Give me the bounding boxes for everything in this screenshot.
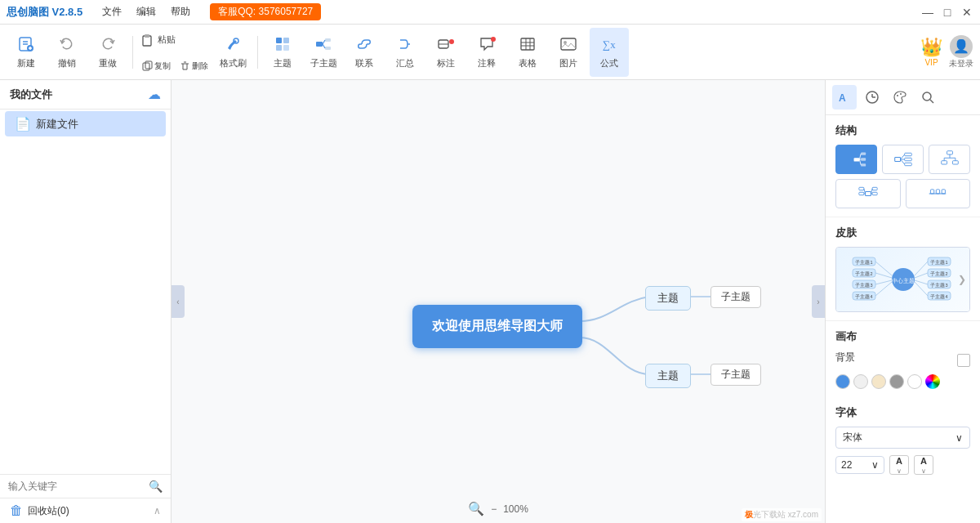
svg-rect-60 [952, 161, 958, 164]
new-button[interactable]: 新建 [7, 28, 46, 77]
table-button[interactable]: 表格 [508, 28, 547, 77]
tab-theme[interactable] [888, 85, 912, 110]
watermark: 极光下载站 xz7.com [742, 508, 822, 521]
expand-icon[interactable]: ∧ [154, 505, 161, 516]
minimize-button[interactable]: — [921, 6, 934, 19]
bg-checkbox[interactable] [957, 354, 970, 367]
paste-button[interactable]: 粘贴 [138, 27, 177, 53]
tag-button[interactable]: 标注 [426, 28, 466, 77]
paste-label: 粘贴 [158, 34, 176, 46]
svg-text:子主题2: 子主题2 [855, 270, 872, 276]
sub-theme-button[interactable]: 子主题 [304, 28, 343, 77]
font-color-a-button[interactable]: A ∨ [889, 455, 909, 475]
link-button[interactable]: 联系 [345, 28, 384, 77]
menu-file[interactable]: 文件 [96, 3, 128, 20]
skin-preview[interactable]: 中心主题 子主题1 子主题2 子主题3 子主题4 子主题1 子主题2 [835, 247, 970, 312]
new-label: 新建 [17, 57, 35, 69]
color-white[interactable] [907, 374, 922, 389]
font-family-select[interactable]: 宋体 ∨ [835, 427, 970, 449]
color-rainbow[interactable] [925, 374, 940, 389]
search-input[interactable] [8, 481, 149, 492]
font-size-row: 22 ∨ A ∨ A ∨ [835, 455, 970, 475]
color-warm[interactable] [871, 374, 886, 389]
font-family-value: 宋体 [843, 431, 862, 445]
collapse-right-button[interactable]: › [812, 285, 825, 318]
branch-node-1[interactable]: 主题 [645, 286, 691, 311]
tab-text[interactable]: A [832, 85, 857, 110]
svg-rect-76 [937, 190, 940, 194]
recycle-bin-item[interactable]: 🗑 回收站(0) ∧ [0, 498, 171, 523]
image-button[interactable]: 图片 [549, 28, 588, 77]
zoom-in-button[interactable]: − [491, 503, 497, 515]
cloud-sync-icon[interactable]: ☁ [148, 87, 161, 102]
central-node[interactable]: 欢迎使用思维导图大师 [412, 305, 582, 348]
svg-rect-18 [325, 47, 331, 50]
delete-button[interactable]: 删除 [176, 55, 212, 78]
formula-label: 公式 [600, 57, 618, 69]
tab-clock[interactable] [860, 85, 884, 110]
structure-mindmap[interactable] [835, 145, 877, 174]
window-controls: — □ ✕ [921, 6, 973, 19]
font-highlight-button[interactable]: A ∨ [914, 455, 933, 475]
vip-button[interactable]: 👑 VIP [920, 37, 942, 67]
svg-text:子主题2: 子主题2 [930, 270, 947, 276]
sidebar-bottom: 🔍 🗑 回收站(0) ∧ [0, 474, 171, 523]
structure-timeline[interactable] [906, 179, 971, 208]
formula-button[interactable]: ∑x 公式 [590, 28, 629, 77]
svg-rect-15 [283, 45, 289, 51]
divider-1 [132, 36, 133, 69]
sidebar: 我的文件 ☁ 📄 新建文件 🔍 🗑 回收站(0) ∧ [0, 80, 172, 523]
new-icon [17, 35, 35, 56]
file-name: 新建文件 [36, 117, 78, 132]
format-brush-button[interactable]: 格式刷 [213, 28, 252, 77]
font-size-select[interactable]: 22 ∨ [835, 456, 884, 474]
color-gray[interactable] [889, 374, 904, 389]
svg-rect-14 [276, 45, 282, 51]
structure-org[interactable] [929, 145, 970, 174]
divider-2 [257, 36, 258, 69]
user-label: 未登录 [949, 58, 973, 69]
svg-text:子主题1: 子主题1 [930, 259, 947, 265]
structure-tree-right[interactable] [882, 145, 924, 174]
structure-both[interactable] [835, 179, 901, 208]
close-button[interactable]: ✕ [960, 6, 973, 19]
redo-button[interactable]: 重做 [88, 28, 127, 77]
undo-button[interactable]: 撤销 [47, 28, 87, 77]
format-brush-icon [224, 35, 242, 56]
svg-rect-45 [861, 152, 866, 154]
toolbar: 新建 撤销 重做 粘贴 复制 删除 [0, 25, 980, 80]
svg-text:子主题1: 子主题1 [855, 259, 872, 265]
svg-text:A: A [839, 92, 846, 104]
sidebar-header: 我的文件 ☁ [0, 80, 171, 110]
maximize-button[interactable]: □ [941, 6, 954, 19]
svg-rect-44 [853, 158, 859, 161]
child-node-2[interactable]: 子主题 [710, 364, 761, 386]
svg-line-57 [900, 159, 904, 164]
color-blue[interactable] [835, 374, 850, 389]
tab-search[interactable] [915, 85, 940, 110]
menu-help[interactable]: 帮助 [164, 3, 197, 20]
copy-button[interactable]: 复制 [138, 55, 174, 78]
child-node-1[interactable]: 子主题 [710, 286, 761, 308]
menu-edit[interactable]: 编辑 [130, 3, 163, 20]
summary-button[interactable]: 汇总 [385, 28, 425, 77]
annotation-button[interactable]: 注释 [467, 28, 506, 77]
canvas-area[interactable]: ‹ › 欢迎使用思维导图大师 主题 子主题 主题 [172, 80, 825, 523]
color-light[interactable] [853, 374, 868, 389]
tag-icon [437, 35, 455, 56]
branch-node-2[interactable]: 主题 [645, 364, 691, 388]
zoom-out-button[interactable]: 🔍 [468, 501, 484, 516]
collapse-left-button[interactable]: ‹ [172, 285, 185, 318]
skin-section: 皮肤 中心主题 子主题1 子主题2 子主题3 [826, 217, 980, 321]
svg-rect-9 [145, 61, 152, 69]
recycle-bin-icon: 🗑 [10, 503, 23, 518]
svg-rect-8 [143, 63, 149, 70]
theme-button[interactable]: 主题 [263, 28, 302, 77]
customer-service-btn[interactable]: 客服QQ: 3576057727 [210, 3, 321, 20]
bg-row: 背景 [835, 351, 970, 369]
structure-grid [835, 145, 970, 174]
svg-text:∑x: ∑x [603, 38, 616, 51]
svg-rect-53 [904, 158, 911, 160]
sidebar-item-new-file[interactable]: 📄 新建文件 [5, 111, 166, 136]
user-button[interactable]: 👤 未登录 [949, 35, 973, 69]
